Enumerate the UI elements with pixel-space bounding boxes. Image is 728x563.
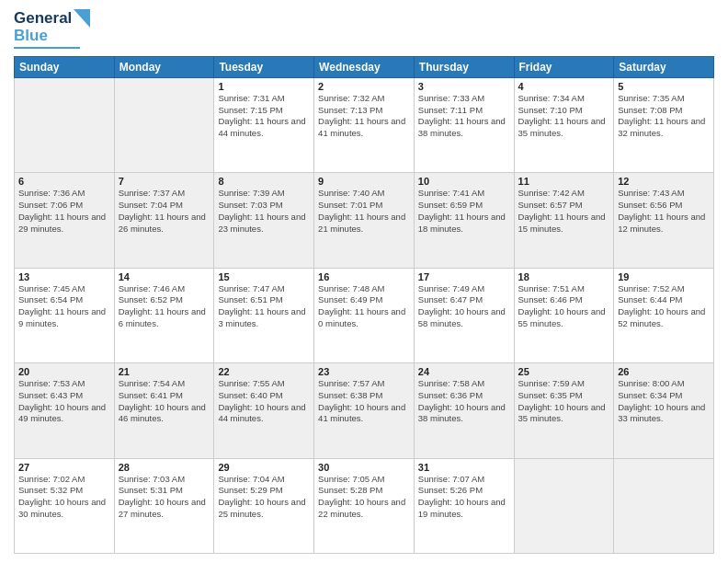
- daylight-text: Daylight: 11 hours and 9 minutes.: [18, 306, 110, 330]
- weekday-header: Sunday: [15, 56, 115, 77]
- day-number: 26: [618, 366, 710, 377]
- day-info: Sunrise: 7:36 AM Sunset: 7:06 PM Dayligh…: [18, 188, 110, 235]
- sunrise-text: Sunrise: 7:33 AM: [418, 93, 510, 105]
- sunset-text: Sunset: 6:59 PM: [418, 200, 510, 212]
- weekday-header: Wednesday: [314, 56, 415, 77]
- calendar-cell: 3 Sunrise: 7:33 AM Sunset: 7:11 PM Dayli…: [414, 77, 514, 172]
- day-number: 4: [518, 81, 610, 92]
- calendar-cell: 12 Sunrise: 7:43 AM Sunset: 6:56 PM Dayl…: [614, 173, 714, 268]
- day-info: Sunrise: 7:55 AM Sunset: 6:40 PM Dayligh…: [218, 378, 310, 425]
- calendar-cell: 31 Sunrise: 7:07 AM Sunset: 5:26 PM Dayl…: [414, 458, 514, 554]
- sunrise-text: Sunrise: 7:47 AM: [218, 283, 310, 295]
- sunrise-text: Sunrise: 7:51 AM: [518, 283, 610, 295]
- weekday-header: Friday: [514, 56, 614, 77]
- sunrise-text: Sunrise: 7:54 AM: [119, 378, 210, 390]
- day-number: 8: [218, 176, 310, 187]
- sunset-text: Sunset: 7:08 PM: [618, 105, 710, 117]
- page: General Blue SundayMondayTuesdayWednesda…: [0, 0, 728, 563]
- daylight-text: Daylight: 11 hours and 29 minutes.: [18, 212, 110, 236]
- daylight-text: Daylight: 11 hours and 6 minutes.: [119, 306, 210, 330]
- day-info: Sunrise: 7:49 AM Sunset: 6:47 PM Dayligh…: [418, 283, 510, 330]
- daylight-text: Daylight: 11 hours and 18 minutes.: [418, 212, 510, 236]
- sunset-text: Sunset: 6:36 PM: [418, 390, 510, 402]
- sunset-text: Sunset: 6:52 PM: [119, 294, 210, 306]
- day-number: 21: [119, 366, 210, 377]
- calendar-cell: 10 Sunrise: 7:41 AM Sunset: 6:59 PM Dayl…: [414, 173, 514, 268]
- sunrise-text: Sunrise: 7:53 AM: [18, 378, 110, 390]
- day-info: Sunrise: 7:07 AM Sunset: 5:26 PM Dayligh…: [418, 474, 510, 521]
- sunset-text: Sunset: 5:32 PM: [18, 485, 110, 497]
- day-number: 5: [618, 81, 710, 92]
- day-info: Sunrise: 7:34 AM Sunset: 7:10 PM Dayligh…: [518, 93, 610, 140]
- day-number: 14: [119, 271, 210, 282]
- day-info: Sunrise: 7:03 AM Sunset: 5:31 PM Dayligh…: [119, 474, 210, 521]
- calendar-cell: 14 Sunrise: 7:46 AM Sunset: 6:52 PM Dayl…: [114, 268, 214, 362]
- sunset-text: Sunset: 6:54 PM: [18, 294, 110, 306]
- calendar-cell: 7 Sunrise: 7:37 AM Sunset: 7:04 PM Dayli…: [114, 173, 214, 268]
- daylight-text: Daylight: 10 hours and 49 minutes.: [18, 402, 110, 426]
- sunrise-text: Sunrise: 7:05 AM: [318, 474, 410, 486]
- sunrise-text: Sunrise: 7:36 AM: [18, 188, 110, 200]
- day-info: Sunrise: 7:46 AM Sunset: 6:52 PM Dayligh…: [119, 283, 210, 330]
- calendar-cell: 20 Sunrise: 7:53 AM Sunset: 6:43 PM Dayl…: [15, 363, 115, 458]
- calendar-cell: 2 Sunrise: 7:32 AM Sunset: 7:13 PM Dayli…: [314, 77, 415, 172]
- daylight-text: Daylight: 10 hours and 46 minutes.: [119, 402, 210, 426]
- day-info: Sunrise: 7:32 AM Sunset: 7:13 PM Dayligh…: [318, 93, 410, 140]
- calendar-cell: 6 Sunrise: 7:36 AM Sunset: 7:06 PM Dayli…: [15, 173, 115, 268]
- sunrise-text: Sunrise: 7:03 AM: [119, 474, 210, 486]
- day-info: Sunrise: 7:41 AM Sunset: 6:59 PM Dayligh…: [418, 188, 510, 235]
- daylight-text: Daylight: 10 hours and 25 minutes.: [218, 497, 310, 521]
- day-number: 29: [218, 462, 310, 473]
- sunset-text: Sunset: 6:40 PM: [218, 390, 310, 402]
- day-number: 12: [618, 176, 710, 187]
- sunset-text: Sunset: 6:34 PM: [618, 390, 710, 402]
- day-number: 27: [18, 462, 110, 473]
- day-info: Sunrise: 8:00 AM Sunset: 6:34 PM Dayligh…: [618, 378, 710, 425]
- day-info: Sunrise: 7:51 AM Sunset: 6:46 PM Dayligh…: [518, 283, 610, 330]
- sunset-text: Sunset: 6:56 PM: [618, 200, 710, 212]
- day-number: 1: [218, 81, 310, 92]
- logo-arrow-icon: [74, 9, 90, 28]
- day-number: 31: [418, 462, 510, 473]
- daylight-text: Daylight: 11 hours and 21 minutes.: [318, 212, 410, 236]
- day-info: Sunrise: 7:53 AM Sunset: 6:43 PM Dayligh…: [18, 378, 110, 425]
- calendar-cell: 15 Sunrise: 7:47 AM Sunset: 6:51 PM Dayl…: [214, 268, 314, 362]
- sunset-text: Sunset: 6:51 PM: [218, 294, 310, 306]
- sunrise-text: Sunrise: 7:40 AM: [318, 188, 410, 200]
- sunrise-text: Sunrise: 7:39 AM: [218, 188, 310, 200]
- day-number: 10: [418, 176, 510, 187]
- calendar-cell: [514, 458, 614, 554]
- daylight-text: Daylight: 11 hours and 32 minutes.: [618, 116, 710, 140]
- calendar-cell: 8 Sunrise: 7:39 AM Sunset: 7:03 PM Dayli…: [214, 173, 314, 268]
- sunset-text: Sunset: 7:15 PM: [218, 105, 310, 117]
- sunrise-text: Sunrise: 7:41 AM: [418, 188, 510, 200]
- day-info: Sunrise: 7:39 AM Sunset: 7:03 PM Dayligh…: [218, 188, 310, 235]
- day-info: Sunrise: 7:48 AM Sunset: 6:49 PM Dayligh…: [318, 283, 410, 330]
- calendar-cell: 11 Sunrise: 7:42 AM Sunset: 6:57 PM Dayl…: [514, 173, 614, 268]
- daylight-text: Daylight: 11 hours and 35 minutes.: [518, 116, 610, 140]
- day-info: Sunrise: 7:45 AM Sunset: 6:54 PM Dayligh…: [18, 283, 110, 330]
- day-number: 2: [318, 81, 410, 92]
- sunset-text: Sunset: 6:49 PM: [318, 294, 410, 306]
- day-info: Sunrise: 7:59 AM Sunset: 6:35 PM Dayligh…: [518, 378, 610, 425]
- daylight-text: Daylight: 11 hours and 23 minutes.: [218, 212, 310, 236]
- weekday-header: Thursday: [414, 56, 514, 77]
- calendar-table: SundayMondayTuesdayWednesdayThursdayFrid…: [14, 56, 714, 554]
- day-number: 24: [418, 366, 510, 377]
- calendar-cell: 16 Sunrise: 7:48 AM Sunset: 6:49 PM Dayl…: [314, 268, 415, 362]
- day-number: 18: [518, 271, 610, 282]
- sunset-text: Sunset: 6:46 PM: [518, 294, 610, 306]
- day-number: 11: [518, 176, 610, 187]
- daylight-text: Daylight: 11 hours and 26 minutes.: [119, 212, 210, 236]
- sunset-text: Sunset: 7:11 PM: [418, 105, 510, 117]
- sunset-text: Sunset: 5:28 PM: [318, 485, 410, 497]
- daylight-text: Daylight: 10 hours and 55 minutes.: [518, 306, 610, 330]
- sunset-text: Sunset: 5:31 PM: [119, 485, 210, 497]
- logo-underline: [14, 47, 80, 49]
- sunset-text: Sunset: 5:26 PM: [418, 485, 510, 497]
- daylight-text: Daylight: 10 hours and 22 minutes.: [318, 497, 410, 521]
- calendar-cell: 25 Sunrise: 7:59 AM Sunset: 6:35 PM Dayl…: [514, 363, 614, 458]
- sunrise-text: Sunrise: 7:55 AM: [218, 378, 310, 390]
- sunrise-text: Sunrise: 7:37 AM: [119, 188, 210, 200]
- sunset-text: Sunset: 6:35 PM: [518, 390, 610, 402]
